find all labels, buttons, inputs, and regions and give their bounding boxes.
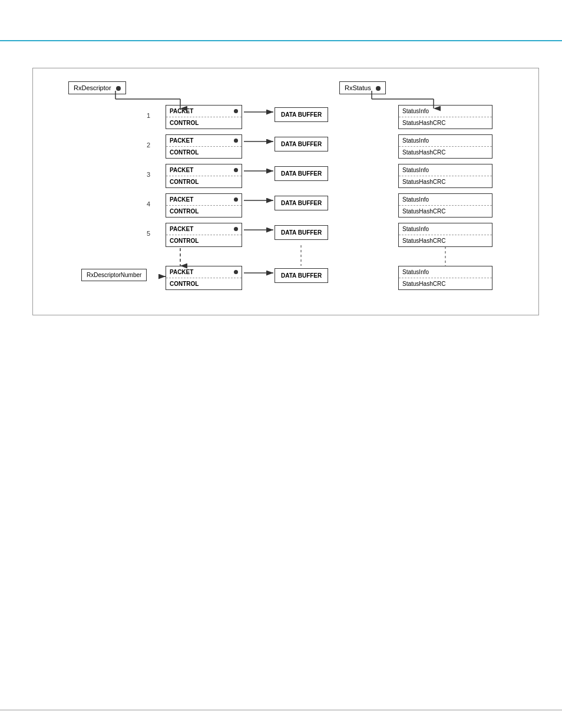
packet-label-5: PACKET	[170, 226, 193, 232]
control-label-4: CONTROL	[170, 208, 199, 215]
diagram-container: RxDescriptor RxStatus 1 PACKET CONTROL D…	[32, 68, 539, 315]
control-row-4: CONTROL	[166, 206, 242, 217]
packet-dot-4	[234, 197, 238, 202]
data-buffer-label-3: DATA BUFFER	[281, 170, 322, 177]
status-block-n: StatusInfo StatusHashCRC	[398, 266, 492, 290]
packet-dot-3	[234, 168, 238, 172]
packet-dot-2	[234, 139, 238, 143]
packet-label-2: PACKET	[170, 137, 193, 144]
data-buffer-label-5: DATA BUFFER	[281, 229, 322, 236]
top-border	[0, 40, 562, 41]
control-label-2: CONTROL	[170, 149, 199, 156]
status-hash-5: StatusHashCRC	[399, 235, 492, 246]
rx-status-label: RxStatus	[345, 84, 371, 91]
data-buffer-n: DATA BUFFER	[275, 268, 328, 283]
desc-block-n: PACKET CONTROL	[166, 266, 242, 290]
status-hash-3: StatusHashCRC	[399, 176, 492, 187]
row-num-5: 5	[147, 230, 150, 237]
packet-row-4: PACKET	[166, 194, 242, 206]
control-label-3: CONTROL	[170, 179, 199, 185]
packet-row-3: PACKET	[166, 164, 242, 176]
data-buffer-4: DATA BUFFER	[275, 196, 328, 210]
status-block-2: StatusInfo StatusHashCRC	[398, 134, 492, 159]
row-num-3: 3	[147, 171, 150, 178]
bottom-border	[0, 710, 562, 710]
control-label-n: CONTROL	[170, 281, 199, 287]
row-num-4: 4	[147, 200, 150, 207]
packet-label-1: PACKET	[170, 108, 193, 114]
rx-desc-num-label: RxDescriptorNumber	[87, 272, 141, 278]
rx-desc-num-box: RxDescriptorNumber	[81, 269, 147, 281]
data-buffer-3: DATA BUFFER	[275, 166, 328, 181]
data-buffer-1: DATA BUFFER	[275, 107, 328, 122]
desc-block-1: PACKET CONTROL	[166, 105, 242, 129]
packet-row-5: PACKET	[166, 223, 242, 235]
rx-status-dot	[376, 86, 381, 91]
packet-label-n: PACKET	[170, 269, 193, 275]
rx-status-box: RxStatus	[339, 81, 386, 94]
packet-dot-5	[234, 227, 238, 231]
status-hash-2: StatusHashCRC	[399, 147, 492, 158]
packet-dot-1	[234, 109, 238, 113]
data-buffer-5: DATA BUFFER	[275, 225, 328, 240]
data-buffer-label-2: DATA BUFFER	[281, 141, 322, 147]
status-block-5: StatusInfo StatusHashCRC	[398, 223, 492, 247]
rx-descriptor-dot	[116, 86, 121, 91]
control-row-2: CONTROL	[166, 147, 242, 158]
packet-row-1: PACKET	[166, 106, 242, 117]
control-row-3: CONTROL	[166, 176, 242, 187]
status-info-3: StatusInfo	[399, 164, 492, 176]
data-buffer-label-1: DATA BUFFER	[281, 111, 322, 118]
status-block-3: StatusInfo StatusHashCRC	[398, 164, 492, 188]
packet-label-3: PACKET	[170, 167, 193, 173]
packet-row-2: PACKET	[166, 135, 242, 147]
status-info-4: StatusInfo	[399, 194, 492, 206]
rx-descriptor-box: RxDescriptor	[68, 81, 126, 94]
status-info-5: StatusInfo	[399, 223, 492, 235]
data-buffer-label-n: DATA BUFFER	[281, 272, 322, 279]
control-label-1: CONTROL	[170, 120, 199, 126]
desc-block-5: PACKET CONTROL	[166, 223, 242, 247]
control-row-n: CONTROL	[166, 278, 242, 289]
desc-block-2: PACKET CONTROL	[166, 134, 242, 159]
row-num-2: 2	[147, 141, 150, 149]
status-hash-1: StatusHashCRC	[399, 117, 492, 129]
status-block-4: StatusInfo StatusHashCRC	[398, 193, 492, 218]
data-buffer-2: DATA BUFFER	[275, 137, 328, 151]
desc-block-4: PACKET CONTROL	[166, 193, 242, 218]
status-info-2: StatusInfo	[399, 135, 492, 147]
packet-row-n: PACKET	[166, 266, 242, 278]
control-label-5: CONTROL	[170, 238, 199, 244]
control-row-5: CONTROL	[166, 235, 242, 246]
packet-label-4: PACKET	[170, 196, 193, 203]
status-hash-4: StatusHashCRC	[399, 206, 492, 217]
status-info-n: StatusInfo	[399, 266, 492, 278]
status-hash-n: StatusHashCRC	[399, 278, 492, 289]
rx-descriptor-label: RxDescriptor	[74, 84, 111, 91]
desc-block-3: PACKET CONTROL	[166, 164, 242, 188]
status-block-1: StatusInfo StatusHashCRC	[398, 105, 492, 129]
row-num-1: 1	[147, 112, 150, 119]
status-info-1: StatusInfo	[399, 106, 492, 117]
control-row-1: CONTROL	[166, 117, 242, 129]
packet-dot-n	[234, 270, 238, 274]
data-buffer-label-4: DATA BUFFER	[281, 200, 322, 206]
